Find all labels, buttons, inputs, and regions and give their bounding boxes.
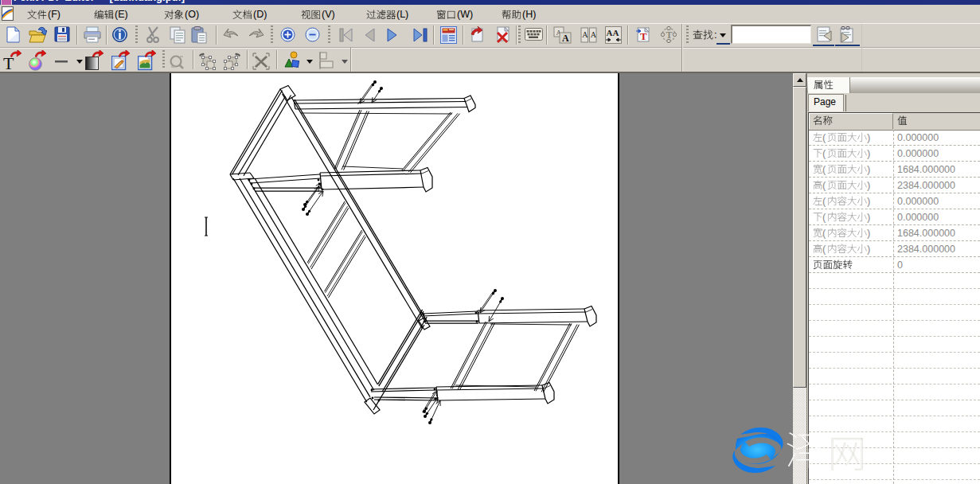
svg-text:AA: AA bbox=[607, 28, 619, 37]
svg-text:T: T bbox=[666, 29, 673, 41]
svg-text:T: T bbox=[640, 30, 647, 42]
svg-text:A: A bbox=[582, 30, 588, 39]
svg-text:A: A bbox=[562, 33, 569, 44]
svg-text:A: A bbox=[591, 30, 597, 39]
